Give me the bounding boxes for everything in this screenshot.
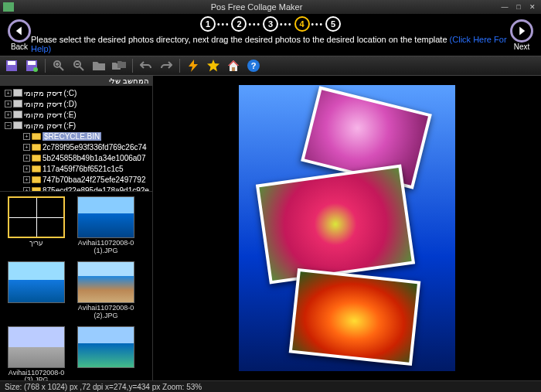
svg-point-4 (33, 67, 38, 72)
folder-button[interactable] (92, 59, 106, 73)
folder-tree[interactable]: המחשב שלי +דיסק מקומי (:C)+דיסק מקומי (:… (0, 76, 152, 192)
zoom-out-button[interactable] (72, 59, 86, 73)
tree-drive[interactable]: −דיסק מקומי (:F) (2, 120, 151, 131)
tree-folder[interactable]: +$RECYCLE.BIN (2, 131, 151, 141)
app-title: Pos Free Collage Maker (14, 2, 499, 12)
tree-header: המחשב שלי (0, 76, 152, 86)
titlebar: Pos Free Collage Maker — □ ✕ (0, 0, 541, 14)
collage-template[interactable] (239, 85, 455, 371)
next-button[interactable]: Next (510, 19, 533, 51)
step-indicator: 1•••2•••3•••4•••5 (200, 16, 341, 32)
thumbnail-label: עריך (29, 240, 43, 247)
canvas-area[interactable] (153, 76, 541, 380)
thumbnail-item[interactable]: Avihai11072008-0 (2).JPG (74, 261, 138, 320)
undo-button[interactable] (139, 59, 153, 73)
wizard-bar: Back 1•••2•••3•••4•••5 Please select the… (0, 14, 541, 56)
redo-button[interactable] (159, 59, 173, 73)
back-button[interactable]: Back (8, 19, 31, 51)
svg-rect-3 (28, 61, 36, 65)
thumbnail-label: Avihai11072008-0 (1).JPG (74, 240, 138, 255)
step-3[interactable]: 3 (263, 16, 278, 32)
left-panel: המחשב שלי +דיסק מקומי (:C)+דיסק מקומי (:… (0, 76, 153, 380)
thumbnail-label: Avihai11072008-0 (2).JPG (74, 305, 138, 320)
thumbnail-label: Avihai11072008-0 (3).JPG (5, 370, 68, 380)
step-1[interactable]: 1 (200, 16, 216, 32)
bolt-icon[interactable] (186, 59, 200, 73)
svg-text:?: ? (251, 61, 257, 70)
tree-folder[interactable]: +2c789f95e93f336fd769c26c74 (2, 141, 151, 152)
minimize-button[interactable]: — (499, 2, 510, 12)
tree-drive[interactable]: +דיסק מקומי (:C) (2, 87, 151, 98)
toolbar: ? (0, 56, 541, 76)
folders-button[interactable] (112, 59, 126, 73)
tree-drive[interactable]: +דיסק מקומי (:E) (2, 109, 151, 120)
home-icon[interactable] (226, 59, 240, 73)
help-icon[interactable]: ? (247, 59, 260, 73)
step-4[interactable]: 4 (294, 16, 310, 32)
app-icon (3, 2, 14, 12)
thumbnail-item[interactable]: Avihai11072008-0 (3).JPG (5, 326, 68, 380)
save-button[interactable] (5, 59, 19, 73)
close-button[interactable]: ✕ (527, 2, 538, 12)
svg-line-10 (80, 66, 83, 70)
svg-rect-12 (232, 67, 235, 71)
back-label: Back (11, 43, 28, 51)
thumbnail-panel: עריךAvihai11072008-0 (1).JPGAvihai110720… (0, 192, 152, 380)
status-text: Size: (768 x 1024) px ,72 dpi x=274,y=43… (5, 383, 202, 391)
status-bar: Size: (768 x 1024) px ,72 dpi x=274,y=43… (0, 380, 541, 392)
maximize-button[interactable]: □ (513, 2, 524, 12)
save-as-button[interactable] (25, 59, 39, 73)
zoom-in-button[interactable] (52, 59, 66, 73)
step-2[interactable]: 2 (231, 16, 247, 32)
svg-rect-1 (8, 61, 15, 65)
tree-folder[interactable]: +5b245858b49b1a34e1006a07 (2, 152, 151, 163)
thumbnail-item[interactable]: Avihai11072008-0 (1).JPG (74, 196, 138, 255)
next-label: Next (514, 43, 530, 51)
tree-folder[interactable]: +117a459f76bf6521c1c5 (2, 163, 151, 174)
svg-line-6 (60, 66, 63, 70)
step-5[interactable]: 5 (325, 16, 341, 32)
thumbnail-item[interactable] (74, 326, 138, 380)
tree-drive[interactable]: +דיסק מקומי (:D) (2, 98, 151, 109)
tree-folder[interactable]: +747b70baa24f275efe2497792 (2, 174, 151, 185)
thumbnail-item[interactable] (5, 261, 68, 320)
tree-folder[interactable]: +875ecd22e895de178a9d1c92e (2, 185, 151, 192)
instruction-text: Please select the desired photos directo… (31, 35, 510, 53)
star-icon[interactable] (206, 59, 220, 73)
thumbnail-item[interactable]: עריך (5, 196, 68, 255)
